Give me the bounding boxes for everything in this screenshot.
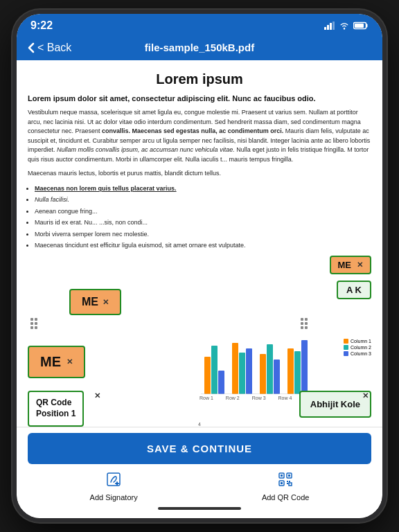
svg-rect-14 <box>305 318 308 321</box>
list-item: Maecenas tincidunt est efficitur ligula … <box>35 240 371 250</box>
svg-rect-9 <box>30 322 33 325</box>
qr-code-box[interactable]: QR Code Position 1 <box>28 391 84 426</box>
add-signatory-action[interactable]: Add Signatory <box>90 471 138 502</box>
svg-rect-22 <box>232 343 238 394</box>
svg-rect-20 <box>211 346 218 394</box>
svg-rect-11 <box>30 326 33 329</box>
svg-rect-26 <box>267 344 273 394</box>
nav-title: file-sample_150kB.pdf <box>145 42 254 53</box>
svg-rect-2 <box>330 23 332 30</box>
svg-rect-13 <box>301 318 303 321</box>
me-badge-top-label: ME <box>338 260 352 270</box>
drag-handle-left[interactable] <box>29 317 39 332</box>
svg-rect-16 <box>305 322 308 325</box>
ak-badge-label: A K <box>346 285 362 295</box>
status-icons <box>324 21 369 30</box>
qr-code-line1: QR Code <box>36 398 76 409</box>
svg-rect-8 <box>35 318 37 321</box>
me-popup-middle-label: ME <box>82 296 98 308</box>
back-button[interactable]: < Back <box>28 42 71 54</box>
chart-x-labels: Row 1 Row 2 Row 3 Row 4 <box>200 396 292 400</box>
me-popup-middle[interactable]: ME ✕ <box>69 289 121 315</box>
svg-rect-12 <box>35 326 37 329</box>
qr-code-close[interactable]: ✕ <box>94 391 100 400</box>
home-indicator <box>158 507 241 510</box>
device-frame: 9:22 <box>12 10 387 522</box>
doc-body: Vestibulum neque massa, scelerisque sit … <box>28 108 371 164</box>
svg-rect-23 <box>239 353 245 394</box>
doc-more: Maecenas mauris lectus, lobortis et puru… <box>28 170 371 177</box>
svg-rect-27 <box>274 360 280 394</box>
nav-bar: < Back file-sample_150kB.pdf <box>17 36 382 60</box>
legend-col3-label: Column 3 <box>351 351 371 356</box>
back-chevron-icon <box>28 42 35 53</box>
qr-code-line2: Position 1 <box>36 409 76 420</box>
me-badge-top-close[interactable]: ✕ <box>357 260 363 269</box>
list-item: Nulla facilisi. <box>35 195 371 204</box>
legend-col1-dot <box>344 339 348 344</box>
legend-col2-dot <box>344 345 348 350</box>
svg-point-4 <box>344 28 345 29</box>
svg-rect-3 <box>332 21 335 30</box>
add-signatory-label: Add Signatory <box>90 493 138 502</box>
svg-rect-42 <box>289 481 290 482</box>
device-screen: 9:22 <box>17 14 382 518</box>
svg-rect-15 <box>301 322 303 325</box>
drag-handle-right[interactable] <box>299 317 309 332</box>
back-label: < Back <box>37 42 71 54</box>
doc-list: Maecenas non lorem quis tellus placerat … <box>28 184 371 250</box>
svg-rect-28 <box>287 348 294 394</box>
list-item: Mauris id ex erat. Nu... ...sis, non con… <box>35 218 371 227</box>
svg-rect-43 <box>287 483 288 484</box>
signal-icon <box>324 21 335 30</box>
wifi-icon <box>339 21 350 30</box>
svg-rect-34 <box>116 481 118 486</box>
me-large-close[interactable]: ✕ <box>66 357 73 366</box>
svg-rect-7 <box>30 318 33 321</box>
legend-col1-label: Column 1 <box>351 339 371 344</box>
legend-col2-label: Column 2 <box>351 345 371 350</box>
svg-rect-19 <box>204 357 211 394</box>
content-area: Lorem ipsum Lorem ipsum dolor sit amet, … <box>17 60 382 427</box>
svg-rect-21 <box>218 371 224 394</box>
add-signatory-icon <box>105 471 122 491</box>
svg-rect-24 <box>246 348 252 394</box>
save-continue-button[interactable]: SAVE & CONTINUE <box>28 433 371 464</box>
legend-col3-dot <box>344 351 348 356</box>
abhijit-close[interactable]: ✕ <box>362 391 369 400</box>
doc-subtitle: Lorem ipsum dolor sit amet, consectetur … <box>28 94 371 103</box>
svg-rect-17 <box>301 326 303 329</box>
chart-bars <box>201 339 312 394</box>
me-popup-middle-close[interactable]: ✕ <box>103 298 109 307</box>
svg-rect-18 <box>305 326 308 329</box>
abhijit-badge[interactable]: Abhijit Kole <box>299 391 371 418</box>
status-time: 9:22 <box>30 19 53 32</box>
battery-icon <box>353 21 369 30</box>
svg-rect-0 <box>324 27 326 30</box>
me-large-badge[interactable]: ME ✕ <box>28 346 85 378</box>
me-badge-top-right[interactable]: ME ✕ <box>330 256 372 274</box>
list-item: Aenean congue fring... <box>35 206 371 216</box>
svg-rect-25 <box>260 354 266 394</box>
status-bar: 9:22 <box>17 14 382 36</box>
svg-rect-44 <box>289 483 292 486</box>
ak-badge[interactable]: A K <box>337 281 371 299</box>
svg-rect-38 <box>281 475 283 477</box>
svg-rect-6 <box>355 24 364 28</box>
list-item: Maecenas non lorem quis tellus placerat … <box>35 184 371 193</box>
svg-rect-40 <box>281 482 283 484</box>
bottom-actions: Add Signatory <box>28 471 371 504</box>
bottom-bar: SAVE & CONTINUE Add Signatory <box>17 427 382 518</box>
svg-rect-10 <box>35 322 37 325</box>
add-qr-code-action[interactable]: Add QR Code <box>262 471 309 502</box>
overlays-container: ME ✕ A K ME ✕ <box>28 256 371 427</box>
svg-rect-1 <box>327 25 329 30</box>
chart-y-axis: 4 2 0 <box>193 422 201 427</box>
svg-rect-39 <box>288 475 290 477</box>
add-qr-icon <box>277 471 294 491</box>
svg-rect-41 <box>287 481 288 482</box>
chart-legend: Column 1 Column 2 Column 3 <box>344 339 371 357</box>
add-qr-label: Add QR Code <box>262 493 309 502</box>
abhijit-label: Abhijit Kole <box>310 399 360 409</box>
svg-rect-29 <box>294 351 301 394</box>
